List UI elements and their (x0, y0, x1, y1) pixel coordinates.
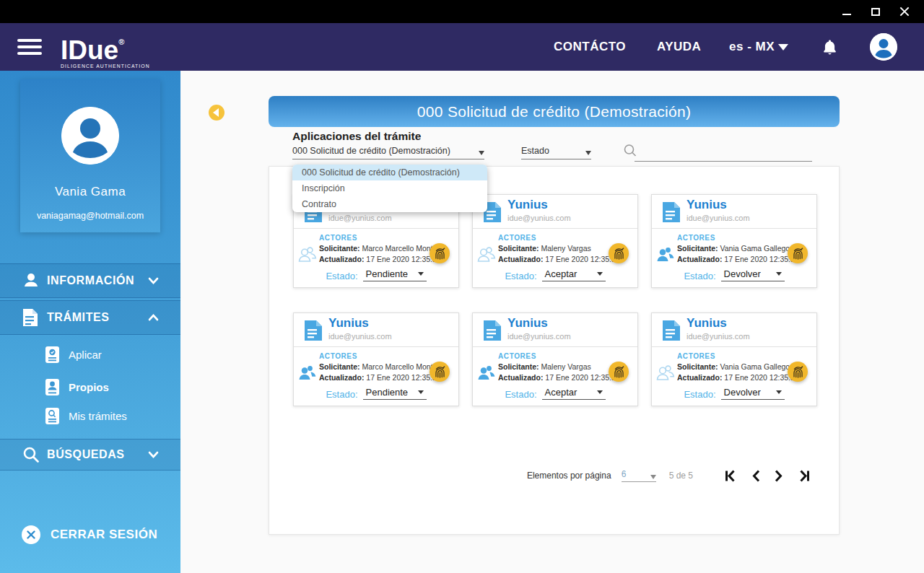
solicitante-line: Solicitante: Vania Gama Gallego (677, 244, 790, 253)
solicitante-line: Solicitante: Maleny Vargas (498, 244, 591, 253)
sidebar-subitem-propios[interactable]: Propios (0, 376, 180, 398)
chevron-down-icon (585, 151, 591, 155)
notifications-bell-icon[interactable] (822, 39, 837, 58)
card-body: ACTORES Solicitante: Vania Gama Gallego … (652, 347, 816, 406)
back-arrow-icon (213, 108, 219, 117)
app-logo: IDue® DILIGENCE AUTHENTICATION (61, 27, 150, 69)
chevron-down-icon (650, 475, 656, 479)
card-estado-select[interactable]: Pendiente (363, 387, 427, 400)
next-page-button[interactable] (775, 470, 784, 482)
card-estado-value: Aceptar (545, 387, 578, 398)
fingerprint-button[interactable] (430, 243, 450, 263)
card-estado-select[interactable]: Pendiente (363, 268, 427, 281)
actors-label: ACTORES (498, 234, 536, 242)
main-content: 000 Solicitud de crédito (Demostración) … (180, 71, 924, 573)
fingerprint-button[interactable] (609, 243, 629, 263)
tramite-card[interactable]: Yunius idue@yunius.com ACTORES Solicitan… (651, 194, 817, 288)
search-input[interactable] (635, 146, 812, 162)
estado-row: Estado: Aceptar (473, 387, 637, 400)
previous-page-button[interactable] (751, 470, 760, 482)
sidebar-subitem-label: Aplicar (69, 349, 102, 361)
pagination: Elementos por página 6 5 de 5 (527, 464, 811, 487)
people-icon (297, 245, 317, 266)
profile-email: vaniagamag@hotmail.com (20, 211, 160, 221)
fingerprint-button[interactable] (609, 362, 629, 382)
dropdown-option[interactable]: Inscripción (292, 180, 487, 196)
page-title-banner: 000 Solicitud de crédito (Demostración) (269, 96, 840, 127)
card-email: idue@yunius.com (687, 214, 750, 222)
document-icon (22, 307, 43, 328)
dropdown-option[interactable]: Contrato (292, 196, 487, 212)
card-estado-value: Devolver (724, 387, 761, 398)
solicitante-line: Solicitante: Marco Marcello Montes (319, 244, 441, 253)
hamburger-menu-icon[interactable] (17, 39, 42, 55)
card-email: idue@yunius.com (328, 214, 392, 222)
sidebar: Vania Gama vaniagamag@hotmail.com INFORM… (0, 71, 180, 573)
logout-button[interactable]: CERRAR SESIÓN (22, 525, 157, 544)
solicitante-line: Solicitante: Vania Gama Gallego (677, 362, 790, 371)
document-icon (662, 201, 681, 226)
tramite-card[interactable]: Yunius idue@yunius.com ACTORES Solicitan… (472, 194, 638, 288)
search-field[interactable] (623, 143, 812, 162)
card-header: Yunius idue@yunius.com (652, 313, 816, 347)
chevron-up-icon (148, 311, 159, 324)
page-title: 000 Solicitud de crédito (Demostración) (417, 103, 691, 121)
chevron-down-icon (597, 390, 603, 394)
sidebar-subitem-aplicar[interactable]: Aplicar (0, 344, 180, 365)
actors-label: ACTORES (319, 352, 357, 360)
estado-label: Estado: (326, 271, 357, 281)
card-email: idue@yunius.com (687, 332, 750, 341)
solicitante-line: Solicitante: Maleny Vargas (498, 362, 591, 371)
user-avatar[interactable] (870, 33, 897, 61)
per-page-select[interactable]: 6 (622, 469, 656, 482)
card-estado-select[interactable]: Aceptar (542, 387, 606, 400)
tramite-card[interactable]: Yunius idue@yunius.com ACTORES Solicitan… (293, 312, 459, 406)
sidebar-item-tramites[interactable]: TRÁMITES (0, 300, 180, 335)
help-link[interactable]: AYUDA (657, 23, 701, 71)
tramite-card[interactable]: Yunius idue@yunius.com ACTORES Solicitan… (472, 312, 638, 406)
back-button[interactable] (209, 105, 225, 121)
maximize-button[interactable] (869, 5, 882, 18)
fingerprint-button[interactable] (788, 243, 808, 263)
estado-row: Estado: Aceptar (473, 268, 637, 281)
card-estado-select[interactable]: Devolver (721, 387, 785, 400)
card-estado-value: Devolver (724, 268, 761, 279)
close-button[interactable] (898, 5, 911, 18)
sidebar-subitem-mis-tramites[interactable]: Mis trámites (0, 405, 180, 427)
badge-check-icon (45, 346, 61, 364)
sidebar-item-informacion[interactable]: INFORMACIÓN (0, 263, 180, 298)
solicitante-line: Solicitante: Marco Marcello Montes (319, 362, 441, 371)
language-select[interactable]: es - MX (729, 23, 788, 71)
last-page-button[interactable] (798, 470, 811, 482)
card-estado-select[interactable]: Aceptar (542, 268, 606, 281)
actualizado-line: Actualizado: 17 Ene 2020 12:35:37 (319, 373, 441, 382)
logo-tagline: DILIGENCE AUTHENTICATION (61, 64, 150, 69)
estado-label: Estado: (326, 389, 357, 400)
profile-card: Vania Gama vaniagamag@hotmail.com (20, 79, 160, 232)
filters-heading: Aplicaciones del trámite (292, 130, 421, 143)
tramite-select[interactable]: 000 Solicitud de crédito (Demostración) (292, 146, 484, 159)
first-page-button[interactable] (723, 470, 736, 482)
fingerprint-button[interactable] (430, 362, 450, 382)
chevron-down-icon (148, 448, 159, 461)
logout-label: CERRAR SESIÓN (51, 528, 157, 542)
minimize-button[interactable] (840, 5, 853, 18)
people-icon (655, 364, 675, 385)
card-email: idue@yunius.com (328, 332, 392, 341)
actors-label: ACTORES (498, 352, 536, 360)
dropdown-option[interactable]: 000 Solicitud de crédito (Demostración) (292, 165, 487, 180)
card-body: ACTORES Solicitante: Marco Marcello Mont… (294, 347, 458, 406)
chevron-down-icon (597, 272, 603, 276)
close-icon (899, 6, 910, 17)
sidebar-subitem-label: Mis trámites (69, 410, 127, 422)
estado-filter-select[interactable]: Estado (521, 146, 591, 159)
fingerprint-button[interactable] (788, 362, 808, 382)
minimize-icon (842, 14, 851, 15)
card-estado-select[interactable]: Devolver (721, 268, 785, 281)
tramite-card[interactable]: Yunius idue@yunius.com ACTORES Solicitan… (651, 312, 817, 406)
card-company: Yunius (328, 316, 369, 331)
badge-person-icon (45, 378, 61, 396)
contact-link[interactable]: CONTÁCTO (554, 23, 626, 71)
sidebar-item-busquedas[interactable]: BÚSQUEDAS (0, 439, 180, 471)
document-icon (483, 320, 502, 344)
